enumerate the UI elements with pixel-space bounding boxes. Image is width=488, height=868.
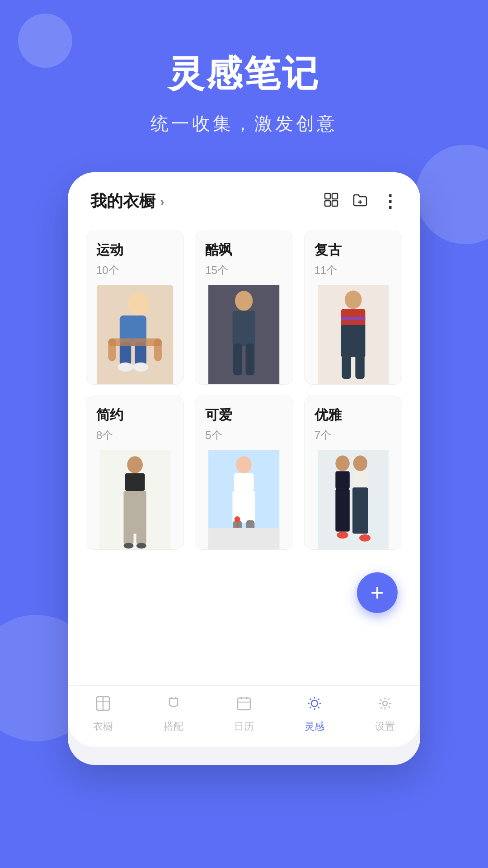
nav-item-settings[interactable]: 设置	[350, 695, 420, 733]
svg-line-67	[310, 699, 311, 700]
content-spacer: +	[68, 568, 420, 685]
svg-rect-27	[342, 354, 351, 379]
category-count-elegant: 7个	[314, 428, 392, 443]
svg-point-45	[235, 516, 240, 522]
svg-rect-2	[325, 201, 330, 206]
wardrobe-title-text: 我的衣橱	[90, 190, 155, 212]
svg-point-36	[136, 543, 146, 549]
category-count-simple: 8个	[96, 428, 174, 443]
svg-point-38	[236, 456, 252, 473]
nav-label-settings: 设置	[375, 720, 395, 733]
nav-label-inspiration: 灵感	[305, 720, 324, 733]
grid-view-icon[interactable]	[324, 192, 339, 211]
category-image-cute	[205, 450, 282, 549]
nav-icon-wardrobe	[94, 695, 112, 716]
nav-item-inspiration[interactable]: 灵感	[279, 695, 350, 733]
svg-rect-20	[246, 344, 255, 376]
category-image-cool	[205, 285, 282, 384]
svg-point-7	[128, 292, 149, 316]
svg-rect-58	[238, 698, 250, 710]
svg-rect-32	[124, 491, 146, 533]
svg-point-54	[359, 534, 371, 542]
grid-area: 运动 10个 酷飒 15个 复古 11个	[68, 222, 420, 568]
svg-point-12	[133, 363, 148, 372]
svg-line-68	[318, 707, 319, 708]
bg-blob-2	[416, 145, 488, 244]
category-image-simple	[96, 450, 174, 549]
svg-rect-13	[108, 338, 161, 346]
svg-line-69	[318, 699, 319, 700]
svg-rect-51	[353, 471, 367, 487]
nav-icon-inspiration	[306, 695, 323, 716]
svg-rect-3	[332, 201, 338, 206]
svg-point-50	[353, 456, 367, 472]
category-count-cool: 15个	[205, 263, 282, 278]
nav-label-wardrobe: 衣橱	[93, 720, 113, 733]
category-card-cool[interactable]: 酷飒 15个	[195, 231, 293, 385]
nav-item-wardrobe[interactable]: 衣橱	[68, 695, 138, 733]
svg-rect-14	[108, 338, 116, 361]
svg-rect-26	[341, 325, 365, 357]
category-name-elegant: 优雅	[314, 406, 392, 425]
category-name-simple: 简约	[96, 406, 174, 425]
category-card-cute[interactable]: 可爱 5个	[195, 396, 293, 550]
svg-point-11	[118, 363, 133, 372]
bottom-nav: 衣橱 搭配 日历 灵感 设置	[68, 685, 420, 747]
svg-point-35	[124, 543, 134, 549]
bg-blob-1	[18, 14, 72, 68]
svg-point-22	[344, 291, 361, 309]
fab-plus-icon: +	[371, 579, 384, 606]
category-count-retro: 11个	[314, 263, 392, 278]
chevron-right-icon: ›	[160, 194, 164, 209]
category-card-retro[interactable]: 复古 11个	[304, 231, 402, 385]
svg-point-71	[383, 701, 387, 706]
nav-item-match[interactable]: 搭配	[138, 695, 209, 733]
svg-rect-49	[335, 489, 349, 531]
svg-rect-0	[325, 193, 330, 199]
top-bar-icons: ⋮	[324, 192, 398, 212]
svg-rect-1	[332, 193, 338, 199]
more-icon[interactable]: ⋮	[381, 192, 398, 212]
phone-card: 我的衣橱 › ⋮	[68, 172, 420, 765]
category-count-cute: 5个	[205, 428, 282, 443]
svg-line-70	[310, 707, 311, 708]
svg-point-30	[127, 456, 143, 473]
nav-icon-match	[165, 695, 182, 716]
svg-rect-48	[335, 471, 349, 489]
header-area: 灵感笔记 统一收集，激发创意	[150, 50, 338, 136]
nav-icon-calendar	[235, 695, 253, 716]
fab-button[interactable]: +	[357, 572, 398, 613]
category-name-cute: 可爱	[205, 406, 282, 425]
items-grid: 运动 10个 酷飒 15个 复古 11个	[86, 231, 402, 550]
svg-rect-28	[355, 354, 364, 379]
nav-item-calendar[interactable]: 日历	[209, 695, 279, 733]
category-card-sport[interactable]: 运动 10个	[86, 231, 184, 385]
svg-point-47	[335, 456, 349, 472]
category-image-retro	[314, 285, 392, 384]
svg-point-53	[337, 532, 348, 539]
svg-rect-31	[125, 473, 145, 491]
nav-label-match: 搭配	[164, 720, 183, 733]
main-title: 灵感笔记	[150, 50, 338, 99]
category-card-elegant[interactable]: 优雅 7个	[304, 396, 402, 550]
category-card-simple[interactable]: 简约 8个	[86, 396, 184, 550]
category-name-sport: 运动	[96, 241, 174, 259]
svg-point-62	[311, 700, 318, 707]
svg-rect-39	[234, 473, 254, 491]
sub-title: 统一收集，激发创意	[150, 111, 338, 136]
wardrobe-title[interactable]: 我的衣橱 ›	[90, 190, 164, 212]
category-name-cool: 酷飒	[205, 241, 282, 259]
nav-label-calendar: 日历	[234, 720, 254, 733]
category-count-sport: 10个	[96, 263, 174, 278]
svg-rect-19	[233, 344, 242, 376]
svg-point-17	[235, 291, 253, 311]
category-image-elegant	[314, 450, 392, 549]
svg-rect-15	[154, 338, 162, 361]
svg-rect-18	[233, 311, 255, 346]
nav-icon-settings	[376, 695, 394, 716]
folder-icon[interactable]	[352, 192, 368, 211]
category-image-sport	[96, 285, 174, 384]
svg-rect-43	[208, 528, 279, 549]
category-name-retro: 复古	[314, 241, 392, 259]
svg-rect-52	[352, 487, 368, 533]
